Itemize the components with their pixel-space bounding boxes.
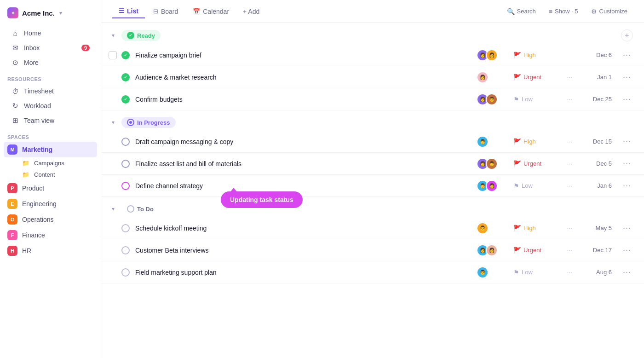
table-row[interactable]: Finalize asset list and bill of material…: [101, 153, 644, 175]
task-menu-button[interactable]: ···: [621, 72, 633, 82]
sidebar-item-finance[interactable]: F Finance: [0, 227, 101, 243]
task-priority: 🚩 High: [513, 52, 555, 59]
priority-label: Low: [522, 182, 533, 189]
calendar-tab-icon: 📅: [193, 8, 200, 15]
sidebar-item-hr[interactable]: H HR: [0, 243, 101, 259]
collapse-ready-button[interactable]: ▾: [109, 31, 118, 40]
group-pill-todo[interactable]: To Do: [121, 203, 159, 214]
sidebar-item-inbox[interactable]: ✉ Inbox 9: [4, 40, 97, 55]
priority-label: High: [523, 138, 536, 145]
topbar-actions: 🔍 Search ≡ Show · 5 ⚙ Customize: [501, 6, 633, 17]
sidebar-subitem-content[interactable]: 📁 Content: [0, 169, 101, 180]
task-priority: 🚩 High: [513, 138, 555, 145]
avatar: 👩: [486, 49, 498, 61]
priority-label: High: [523, 225, 536, 231]
task-date: Dec 25: [584, 96, 612, 103]
customize-icon: ⚙: [591, 8, 597, 15]
task-priority: 🚩 Urgent: [513, 247, 555, 254]
task-menu-button[interactable]: ···: [621, 245, 633, 255]
group-header-todo: ▾ To Do: [101, 197, 644, 217]
task-meta: 👨 🚩 High ··· May 5 ···: [477, 222, 633, 234]
sidebar-item-timesheet[interactable]: ⏱ Timesheet: [4, 84, 97, 98]
group-pill-inprogress[interactable]: In Progress: [121, 117, 176, 128]
task-avatars: 👨: [477, 266, 504, 278]
task-menu-button[interactable]: ···: [621, 50, 633, 60]
table-row[interactable]: Field marketing support plan 👨 ⚑ Low ···…: [101, 261, 644, 283]
task-meta: 👩 👨 🚩 Urgent ··· Dec 5 ···: [477, 158, 633, 170]
task-date: Dec 15: [584, 138, 612, 145]
tab-calendar[interactable]: 📅 Calendar: [186, 5, 236, 18]
dots-spacer: ···: [564, 247, 575, 254]
sidebar-item-product[interactable]: P Product: [0, 180, 101, 196]
tab-board[interactable]: ⊟ Board: [147, 5, 184, 18]
avatar: 👩: [486, 244, 498, 256]
sidebar-item-more[interactable]: ⊙ More: [4, 55, 97, 70]
task-menu-button[interactable]: ···: [621, 137, 633, 146]
group-add-ready-button[interactable]: +: [621, 29, 633, 41]
dots-spacer: ···: [564, 160, 575, 167]
task-priority: 🚩 High: [513, 225, 555, 232]
sidebar-subitem-campaigns[interactable]: 📁 Campaigns: [0, 157, 101, 169]
priority-label: Urgent: [523, 74, 541, 81]
task-menu-button[interactable]: ···: [621, 181, 633, 191]
table-row[interactable]: ✓ Audience & market research 👩 🚩 Urgent …: [101, 66, 644, 88]
table-row[interactable]: Schedule kickoff meeting 👨 🚩 High ··· Ma…: [101, 217, 644, 239]
tab-list[interactable]: ☰ List: [112, 5, 145, 18]
sidebar-item-engineering[interactable]: E Engineering: [0, 196, 101, 212]
task-menu-button[interactable]: ···: [621, 267, 633, 277]
task-status-icon: [121, 268, 130, 277]
sidebar-item-teamview[interactable]: ⊞ Team view: [4, 113, 97, 128]
task-date: Dec 17: [584, 247, 612, 254]
customize-button[interactable]: ⚙ Customize: [586, 6, 633, 17]
task-menu-button[interactable]: ···: [621, 223, 633, 233]
list-tab-icon: ☰: [119, 7, 124, 14]
task-name: Customer Beta interviews: [135, 247, 477, 254]
task-avatars: 👩: [477, 71, 504, 83]
priority-label: Urgent: [523, 160, 541, 167]
table-row[interactable]: Define channel strategy 👨 👩 ⚑ Low ··· Ja…: [101, 175, 644, 197]
dots-spacer: ···: [564, 96, 575, 103]
task-priority: ⚑ Low: [513, 182, 555, 190]
task-status-icon: ✓: [121, 95, 130, 104]
group-pill-ready[interactable]: ✓ Ready: [121, 30, 161, 41]
task-avatars: 👩 👩: [477, 244, 504, 256]
task-date: Dec 6: [584, 52, 612, 58]
ready-status-icon: ✓: [127, 32, 134, 39]
tab-label: Board: [161, 8, 178, 15]
tab-label: Calendar: [203, 8, 229, 15]
sidebar-item-marketing[interactable]: M Marketing: [4, 142, 97, 157]
group-label-inprogress: In Progress: [137, 119, 170, 126]
table-row[interactable]: ✓ Finalize campaign brief 👩 👩 🚩 High Dec…: [101, 44, 644, 66]
engineering-dot: E: [7, 199, 17, 209]
collapse-inprogress-button[interactable]: ▾: [109, 118, 118, 127]
flag-icon: 🚩: [513, 225, 521, 232]
sidebar-item-operations[interactable]: O Operations: [0, 212, 101, 227]
avatar: 👨: [486, 93, 498, 105]
app-logo[interactable]: ✦ Acme Inc. ▾: [0, 6, 101, 26]
inbox-icon: ✉: [11, 44, 19, 52]
collapse-todo-button[interactable]: ▾: [109, 204, 118, 214]
task-checkbox[interactable]: [109, 51, 117, 59]
table-row[interactable]: Customer Beta interviews 👩 👩 🚩 Urgent ··…: [101, 239, 644, 261]
show-button[interactable]: ≡ Show · 5: [543, 6, 584, 17]
view-tabs: ☰ List ⊟ Board 📅 Calendar + Add: [112, 5, 265, 18]
task-menu-button[interactable]: ···: [621, 94, 633, 104]
add-tab-button[interactable]: + Add: [237, 5, 265, 18]
task-meta: 👨 👩 ⚑ Low ··· Jan 6 ···: [477, 180, 633, 192]
topbar: ☰ List ⊟ Board 📅 Calendar + Add 🔍 Search…: [101, 0, 644, 23]
timesheet-icon: ⏱: [11, 87, 19, 95]
hr-dot: H: [7, 246, 17, 256]
sub-item-label: Content: [34, 171, 55, 178]
task-name: Draft campaign messaging & copy: [135, 138, 477, 145]
task-avatars: 👨: [477, 136, 504, 148]
task-status-icon: ✓: [121, 51, 130, 59]
task-status-icon: [121, 182, 130, 190]
table-row[interactable]: Draft campaign messaging & copy 👨 🚩 High…: [101, 131, 644, 153]
sidebar-item-home[interactable]: ⌂ Home: [4, 26, 97, 40]
sidebar-item-workload[interactable]: ↻ Workload: [4, 98, 97, 113]
group-label-todo: To Do: [137, 206, 154, 213]
task-menu-button[interactable]: ···: [621, 159, 633, 168]
table-row[interactable]: ✓ Confirm budgets 👩 👨 ⚑ Low ··· Dec 25 ·…: [101, 88, 644, 110]
resources-section-label: Resources: [0, 70, 101, 84]
search-button[interactable]: 🔍 Search: [501, 6, 541, 17]
